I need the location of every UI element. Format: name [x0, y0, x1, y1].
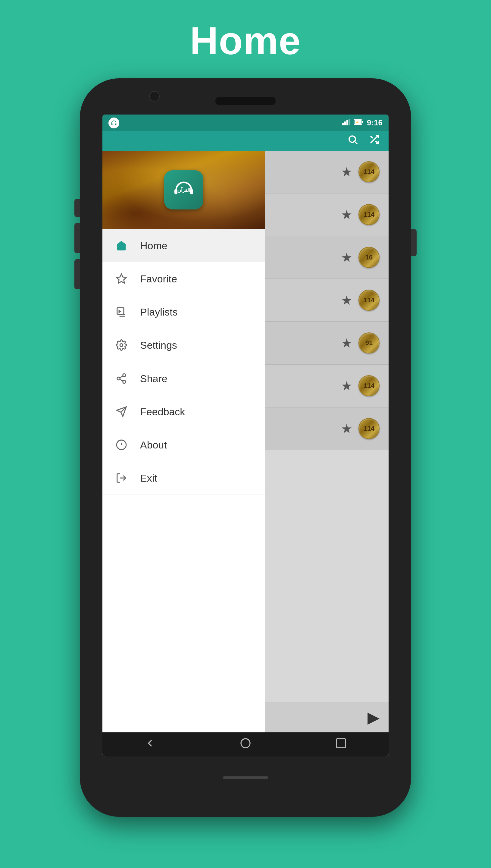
svg-marker-17 [117, 274, 126, 283]
battery-icon: ⚡ [354, 119, 364, 127]
favorite-icon [113, 271, 129, 287]
svg-rect-32 [337, 739, 346, 748]
about-icon [113, 437, 129, 453]
nav-item-playlists[interactable]: Playlists [103, 296, 265, 329]
star-button-4[interactable]: ★ [341, 293, 352, 308]
nav-label-playlists: Playlists [140, 306, 178, 318]
svg-text:⚡: ⚡ [356, 120, 359, 124]
search-icon[interactable] [347, 134, 358, 148]
star-button-1[interactable]: ★ [341, 165, 352, 179]
status-time: 9:16 [367, 118, 382, 128]
nav-item-favorite[interactable]: Favorite [103, 262, 265, 296]
playlists-icon [113, 304, 129, 320]
phone-top [80, 78, 411, 114]
phone-bottom [80, 756, 411, 799]
home-indicator [223, 776, 268, 779]
count-badge-2: 114 [358, 204, 379, 225]
svg-text:القرآن: القرآن [177, 187, 190, 193]
back-button[interactable] [144, 737, 156, 752]
shuffle-icon[interactable] [369, 134, 379, 148]
svg-rect-15 [190, 189, 193, 194]
status-bar: ⚡ 9:16 [103, 114, 388, 131]
svg-rect-14 [174, 189, 177, 194]
star-button-3[interactable]: ★ [341, 250, 352, 265]
nav-label-feedback: Feedback [140, 406, 185, 418]
app-toolbar [103, 131, 388, 151]
signal-icon [342, 119, 351, 127]
svg-rect-1 [344, 121, 346, 125]
settings-icon [113, 337, 129, 354]
bottom-nav [103, 732, 388, 756]
svg-rect-6 [362, 121, 363, 123]
nav-section-secondary: Share Feedback [103, 362, 265, 495]
camera-button [75, 259, 80, 289]
svg-point-19 [120, 343, 123, 346]
drawer-header: القرآن [103, 151, 265, 229]
svg-line-12 [371, 136, 373, 138]
svg-point-22 [123, 380, 125, 383]
volume-down-button [75, 223, 80, 253]
nav-item-share[interactable]: Share [103, 362, 265, 395]
svg-line-9 [355, 142, 357, 144]
nav-label-home: Home [140, 240, 168, 252]
nav-label-share: Share [140, 373, 168, 385]
svg-rect-3 [348, 119, 350, 125]
count-badge-3: 16 [358, 247, 379, 268]
recent-apps-button[interactable] [335, 737, 347, 752]
home-button[interactable] [239, 737, 252, 752]
phone-screen: ⚡ 9:16 [103, 114, 388, 756]
status-right: ⚡ 9:16 [342, 118, 382, 128]
svg-point-31 [241, 739, 250, 748]
volume-up-button [75, 199, 80, 217]
headphone-icon [109, 117, 119, 129]
star-button-2[interactable]: ★ [341, 207, 352, 222]
star-button-5[interactable]: ★ [341, 336, 352, 351]
nav-section-main: Home Favorite [103, 229, 265, 362]
svg-point-20 [123, 374, 125, 377]
count-badge-5: 91 [358, 332, 379, 354]
home-icon [113, 237, 129, 254]
star-button-6[interactable]: ★ [341, 379, 352, 393]
feedback-icon [113, 403, 129, 420]
nav-label-favorite: Favorite [140, 273, 177, 285]
svg-point-21 [117, 377, 120, 380]
count-badge-7: 114 [358, 418, 379, 439]
nav-item-home[interactable]: Home [103, 229, 265, 262]
count-badge-1: 114 [358, 161, 379, 183]
svg-line-23 [120, 379, 123, 381]
phone-camera [149, 91, 160, 102]
nav-list: Home Favorite [103, 229, 265, 732]
svg-point-8 [349, 136, 355, 142]
nav-label-settings: Settings [140, 339, 177, 351]
main-content: ★ 114 ★ 114 ★ 16 ★ 114 [103, 151, 388, 732]
phone-speaker [215, 97, 276, 105]
power-button [411, 229, 416, 256]
nav-label-about: About [140, 439, 167, 451]
svg-rect-2 [346, 120, 348, 125]
nav-drawer: القرآن [103, 151, 265, 732]
phone-shell: ⚡ 9:16 [80, 78, 411, 817]
nav-item-settings[interactable]: Settings [103, 329, 265, 362]
exit-icon [113, 470, 129, 486]
svg-line-24 [120, 376, 123, 377]
share-icon [113, 370, 129, 387]
nav-item-feedback[interactable]: Feedback [103, 395, 265, 428]
page-title: Home [190, 18, 301, 63]
count-badge-4: 114 [358, 290, 379, 311]
star-button-7[interactable]: ★ [341, 421, 352, 436]
nav-label-exit: Exit [140, 472, 157, 484]
nav-item-about[interactable]: About [103, 428, 265, 461]
nav-item-exit[interactable]: Exit [103, 461, 265, 495]
svg-rect-0 [342, 123, 344, 125]
app-icon: القرآن [164, 170, 203, 209]
status-left [109, 117, 119, 129]
count-badge-6: 114 [358, 375, 379, 396]
play-button[interactable]: ▶ [368, 708, 379, 726]
